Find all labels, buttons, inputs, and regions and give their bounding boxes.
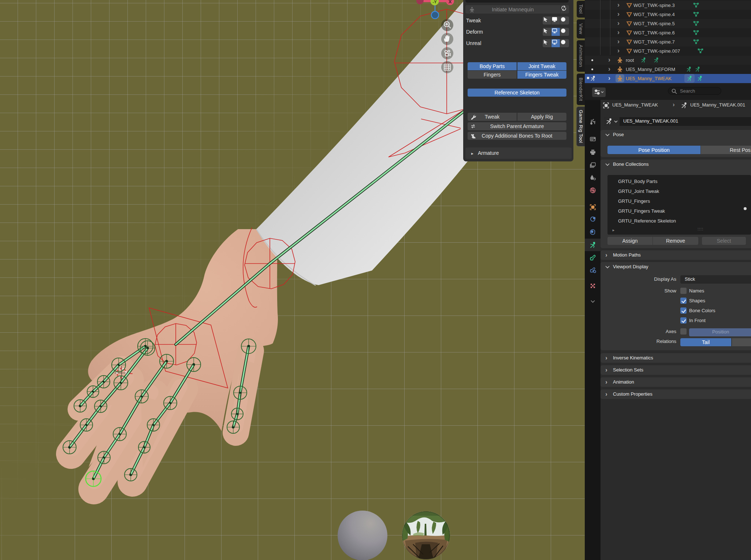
svg-text:X: X [449, 0, 452, 4]
svg-text:-Y: -Y [433, 0, 437, 4]
